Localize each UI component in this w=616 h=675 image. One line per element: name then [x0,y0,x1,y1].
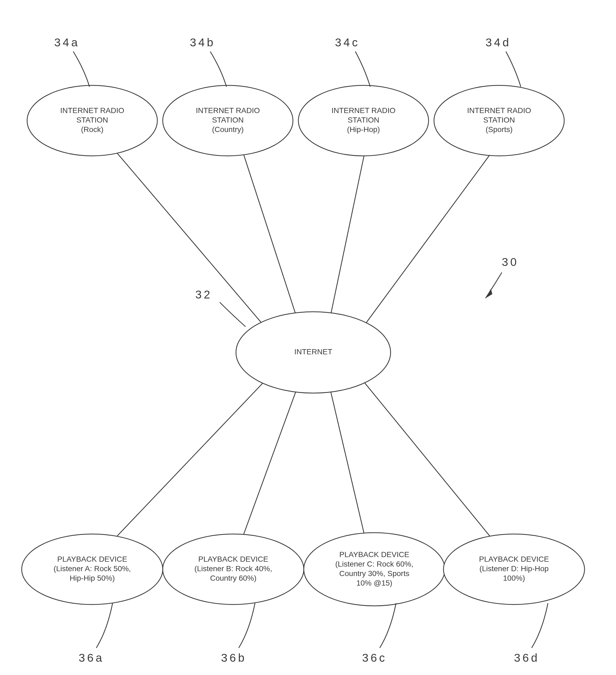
leader-36a [96,603,113,648]
leader-34a [73,52,89,87]
label-36d: 36d [514,652,540,664]
leader-36c [380,603,396,648]
edge-station-d-internet [355,148,495,338]
device-c: PLAYBACK DEVICE (Listener C: Rock 60%, C… [304,533,445,606]
station-a-line3: (Rock) [81,125,104,134]
label-36b: 36b [221,652,247,664]
device-b-line1: PLAYBACK DEVICE [198,555,268,563]
station-c-line3: (Hip-Hop) [347,125,380,134]
station-d-line2: STATION [483,116,515,124]
device-a-line1: PLAYBACK DEVICE [57,555,127,563]
label-34b: 34b [190,36,215,49]
station-a-line1: INTERNET RADIO [60,106,124,115]
device-c-line3: Country 30%, Sports [339,569,409,578]
label-34a: 34a [54,36,80,49]
device-c-line2: (Listener C: Rock 60%, [335,560,413,568]
edge-device-d-internet [355,371,494,541]
station-b-line2: STATION [212,116,244,124]
label-34c: 34c [335,36,360,49]
device-b-line2: (Listener B: Rock 40%, [195,565,272,573]
station-b-line1: INTERNET RADIO [196,106,260,115]
svg-marker-9 [485,289,492,298]
station-d-line3: (Sports) [485,125,512,134]
leader-32 [220,302,246,327]
network-diagram: INTERNET RADIO STATION (Rock) INTERNET R… [0,0,616,675]
edge-station-b-internet [243,152,300,327]
device-d-line2: (Listener D: Hip-Hop [479,565,548,573]
station-c-line2: STATION [347,116,379,124]
internet-node: INTERNET [236,312,391,393]
station-c-line1: INTERNET RADIO [332,106,396,115]
leader-30 [485,273,502,298]
device-b: PLAYBACK DEVICE (Listener B: Rock 40%, C… [163,534,304,604]
edge-device-a-internet [113,371,274,541]
device-a-line3: Hip-Hip 50%) [70,574,115,582]
station-b-line3: (Country) [212,125,244,134]
label-32: 32 [195,288,212,301]
leader-34d [506,52,521,87]
station-b: INTERNET RADIO STATION (Country) [163,85,293,156]
station-d-line1: INTERNET RADIO [467,106,531,115]
leader-36b [239,603,255,648]
edge-device-b-internet [243,381,300,537]
leader-34c [355,52,370,87]
edge-device-c-internet [328,381,365,537]
edge-station-a-internet [113,148,274,338]
leader-34b [210,52,226,87]
device-d: PLAYBACK DEVICE (Listener D: Hip-Hop 100… [443,534,585,604]
label-36c: 36c [362,652,387,664]
label-30: 30 [502,255,519,269]
station-c: INTERNET RADIO STATION (Hip-Hop) [298,85,428,156]
device-d-line3: 100%) [503,574,525,582]
device-c-line1: PLAYBACK DEVICE [339,550,409,559]
edge-station-c-internet [328,152,365,327]
device-c-line4: 10% @15) [356,579,393,587]
device-a-line2: (Listener A: Rock 50%, [54,565,131,573]
device-b-line3: Country 60%) [210,574,256,582]
device-d-line1: PLAYBACK DEVICE [479,555,549,563]
device-a: PLAYBACK DEVICE (Listener A: Rock 50%, H… [22,534,163,604]
station-a: INTERNET RADIO STATION (Rock) [27,85,157,156]
label-36a: 36a [79,652,104,664]
internet-line1: INTERNET [294,348,332,356]
station-d: INTERNET RADIO STATION (Sports) [434,85,564,156]
leader-36d [532,603,548,648]
station-a-line2: STATION [76,116,108,124]
label-34d: 34d [485,36,511,49]
